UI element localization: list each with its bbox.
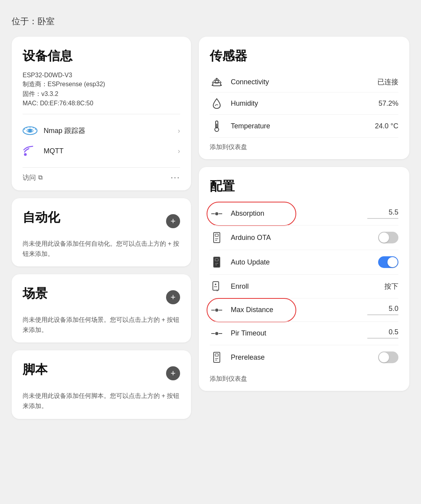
absorption-value: 5.5 xyxy=(389,208,398,217)
nmap-label: Nmap 跟踪器 xyxy=(44,126,85,135)
arduino-ota-label: Arduino OTA xyxy=(231,234,371,242)
absorption-icon xyxy=(210,211,224,216)
svg-line-3 xyxy=(24,129,25,130)
auto-update-icon xyxy=(210,257,224,268)
svg-point-33 xyxy=(215,309,218,312)
prerelease-toggle[interactable] xyxy=(378,351,398,363)
svg-point-31 xyxy=(215,284,216,285)
config-card: 配置 Absorption 5.5 xyxy=(199,167,409,391)
svg-rect-23 xyxy=(215,234,218,236)
svg-point-19 xyxy=(215,212,218,215)
device-firmware: 固件：v3.3.2 xyxy=(23,90,180,98)
scene-card: 场景 + 尚未使用此设备添加任何场景。您可以点击上方的 + 按钮来添加。 xyxy=(12,274,191,343)
automation-card: 自动化 + 尚未使用此设备添加任何自动化。您可以点击上方的 + 按钮来添加。 xyxy=(12,198,191,266)
config-row-prerelease: Prerelease xyxy=(210,345,398,369)
config-row-pir-timeout: Pir Timeout 0.5 xyxy=(210,321,398,345)
scene-description: 尚未使用此设备添加任何场景。您可以点击上方的 + 按钮来添加。 xyxy=(23,315,180,335)
connectivity-label: Connectivity xyxy=(231,78,370,86)
left-column: 设备信息 ESP32-D0WD-V3 制造商：ESPresense (esp32… xyxy=(12,37,191,419)
svg-rect-40 xyxy=(215,354,218,356)
add-script-button[interactable]: + xyxy=(166,366,180,380)
visit-link[interactable]: 访问 ⧉ xyxy=(23,173,42,182)
config-row-enroll: Enroll 按下 xyxy=(210,274,398,298)
arduino-ota-icon xyxy=(210,232,224,243)
device-info-section: ESP32-D0WD-V3 制造商：ESPresense (esp32) 固件：… xyxy=(23,72,180,107)
device-mac: MAC: D0:EF:76:48:8C:50 xyxy=(23,100,180,107)
config-row-arduino-ota: Arduino OTA xyxy=(210,225,398,250)
arduino-ota-toggle[interactable] xyxy=(378,232,398,243)
add-automation-button[interactable]: + xyxy=(166,214,180,228)
sensor-row-temperature: Temperature 24.0 °C xyxy=(210,115,398,138)
mqtt-label: MQTT xyxy=(44,147,64,155)
sensor-title: 传感器 xyxy=(210,48,398,65)
temperature-value: 24.0 °C xyxy=(375,122,398,130)
config-title: 配置 xyxy=(210,178,398,195)
device-info-card: 设备信息 ESP32-D0WD-V3 制造商：ESPresense (esp32… xyxy=(12,37,191,190)
config-add-dashboard[interactable]: 添加到仪表盘 xyxy=(210,369,398,383)
arduino-ota-toggle-thumb xyxy=(379,232,389,243)
pir-timeout-icon xyxy=(210,331,224,336)
device-model: ESP32-D0WD-V3 xyxy=(23,72,180,79)
enroll-label: Enroll xyxy=(231,282,368,291)
scene-title: 场景 xyxy=(23,285,48,302)
nav-item-mqtt[interactable]: MQTT › xyxy=(23,141,180,161)
device-manufacturer: 制造商：ESPresense (esp32) xyxy=(23,80,180,89)
add-scene-button[interactable]: + xyxy=(166,290,180,304)
enroll-value: 按下 xyxy=(375,282,398,291)
config-row-auto-update: Auto Update xyxy=(210,250,398,274)
sensor-card: 传感器 Connectivity 已连接 xyxy=(199,37,409,159)
prerelease-toggle-thumb xyxy=(379,352,389,362)
svg-line-7 xyxy=(35,129,36,130)
right-column: 传感器 Connectivity 已连接 xyxy=(199,37,409,391)
auto-update-toggle[interactable] xyxy=(378,256,398,268)
svg-rect-14 xyxy=(212,85,213,86)
automation-description: 尚未使用此设备添加任何自动化。您可以点击上方的 + 按钮来添加。 xyxy=(23,239,180,259)
pir-timeout-label: Pir Timeout xyxy=(231,329,360,337)
max-distance-value: 5.0 xyxy=(389,305,398,313)
absorption-label: Absorption xyxy=(231,209,360,218)
script-card: 脚本 + 尚未使用此设备添加任何脚本。您可以点击上方的 + 按钮来添加。 xyxy=(12,350,191,419)
prerelease-icon xyxy=(210,352,224,363)
config-row-absorption[interactable]: Absorption 5.5 xyxy=(210,202,398,225)
pir-timeout-value: 0.5 xyxy=(389,328,398,336)
auto-update-toggle-thumb xyxy=(387,257,398,267)
humidity-value: 57.2% xyxy=(379,99,398,108)
svg-point-8 xyxy=(24,153,27,156)
mqtt-icon xyxy=(23,146,37,156)
enroll-icon xyxy=(210,281,224,292)
max-distance-icon xyxy=(210,308,224,312)
humidity-icon xyxy=(210,98,224,109)
script-title: 脚本 xyxy=(23,361,48,378)
prerelease-label: Prerelease xyxy=(231,353,371,362)
svg-rect-15 xyxy=(220,85,222,86)
nmap-chevron: › xyxy=(178,127,180,135)
max-distance-slider[interactable] xyxy=(367,314,398,315)
sensor-add-dashboard[interactable]: 添加到仪表盘 xyxy=(210,138,398,151)
divider-1 xyxy=(23,114,180,114)
nmap-icon xyxy=(23,125,37,136)
nav-item-nmap[interactable]: Nmap 跟踪器 › xyxy=(23,121,180,141)
mqtt-chevron: › xyxy=(178,147,180,155)
temperature-label: Temperature xyxy=(231,122,368,130)
svg-point-36 xyxy=(215,332,218,335)
svg-line-4 xyxy=(27,127,27,128)
automation-title: 自动化 xyxy=(23,209,60,226)
svg-rect-30 xyxy=(213,282,219,290)
device-info-title: 设备信息 xyxy=(23,48,180,65)
max-distance-label: Max Distance xyxy=(231,306,360,314)
config-row-max-distance[interactable]: Max Distance 5.0 xyxy=(210,298,398,321)
location-label: 位于：卧室 xyxy=(12,16,409,27)
svg-line-6 xyxy=(33,127,34,128)
external-link-icon: ⧉ xyxy=(38,174,42,181)
sensor-row-connectivity: Connectivity 已连接 xyxy=(210,72,398,92)
auto-update-label: Auto Update xyxy=(231,258,371,266)
humidity-label: Humidity xyxy=(231,99,371,108)
pir-timeout-slider[interactable] xyxy=(367,338,398,339)
more-menu-button[interactable]: ··· xyxy=(171,172,180,183)
connectivity-value: 已连接 xyxy=(377,77,398,87)
sensor-row-humidity: Humidity 57.2% xyxy=(210,92,398,115)
absorption-slider[interactable] xyxy=(367,218,398,219)
connectivity-icon xyxy=(210,77,224,87)
device-card-footer: 访问 ⧉ ··· xyxy=(23,167,180,183)
script-description: 尚未使用此设备添加任何脚本。您可以点击上方的 + 按钮来添加。 xyxy=(23,391,180,411)
